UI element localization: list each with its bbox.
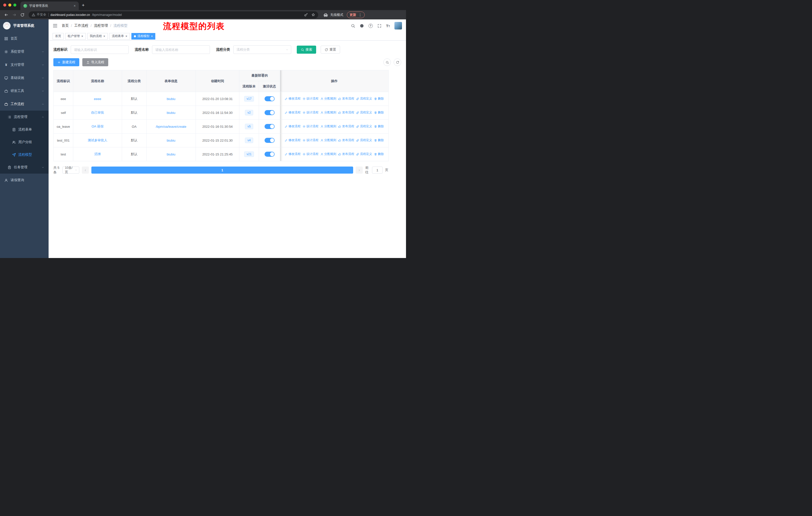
sidebar-item-workflow[interactable]: 工作流程 (0, 98, 49, 111)
browser-update-button[interactable]: 更新 ⋮ (347, 11, 365, 18)
status-toggle[interactable] (265, 96, 274, 101)
close-icon[interactable]: × (151, 34, 153, 38)
breadcrumb-workflow[interactable]: 工作流程 (74, 23, 88, 28)
forward-icon[interactable] (11, 11, 18, 18)
sidebar-item-process-form[interactable]: 流程表单 (0, 123, 49, 136)
goto-page-input[interactable] (372, 166, 383, 173)
op-assign-link[interactable]: 分配规则 (320, 97, 336, 101)
op-design-link[interactable]: 设计流程 (302, 138, 318, 142)
tag-home[interactable]: 首页 (53, 33, 64, 39)
font-size-icon[interactable]: TT (386, 24, 390, 28)
op-delete-link[interactable]: 删除 (374, 138, 384, 142)
op-delete-link[interactable]: 删除 (374, 124, 384, 129)
process-name-link[interactable]: 自己审批 (91, 111, 104, 114)
fullscreen-icon[interactable] (377, 24, 382, 28)
create-process-button[interactable]: 新建流程 (53, 58, 79, 66)
op-assign-link[interactable]: 分配规则 (320, 138, 336, 142)
op-delete-link[interactable]: 删除 (374, 110, 384, 115)
op-modify-link[interactable]: 修改流程 (285, 138, 300, 142)
close-icon[interactable]: × (81, 34, 83, 38)
github-icon[interactable] (360, 24, 364, 28)
process-name-link[interactable]: OA 请假 (92, 125, 104, 128)
form-link[interactable]: /bpm/oa/leave/create (156, 125, 186, 129)
back-icon[interactable] (3, 11, 9, 18)
op-assign-link[interactable]: 分配规则 (320, 110, 336, 115)
sidebar-item-infra[interactable]: 基础设施 (0, 71, 49, 84)
op-definition-link[interactable]: 流程定义 (356, 124, 372, 129)
import-process-button[interactable]: 导入流程 (82, 58, 108, 66)
maximize-window-button[interactable] (13, 3, 17, 6)
tag-my-process[interactable]: 我的流程 × (87, 33, 108, 39)
form-link[interactable]: biubiu (167, 139, 175, 142)
sidebar-item-task-mgmt[interactable]: 任务管理 (0, 161, 49, 173)
process-name-link[interactable]: eeee (94, 97, 101, 101)
op-modify-link[interactable]: 修改流程 (285, 110, 300, 115)
address-bar[interactable]: 不安全 dashboard.yudao.iocoder.cn/bpm/manag… (29, 11, 318, 19)
process-id-input[interactable] (71, 45, 128, 54)
reload-icon[interactable] (19, 11, 26, 18)
close-window-button[interactable] (3, 3, 6, 6)
op-definition-link[interactable]: 流程定义 (356, 152, 372, 156)
reset-button[interactable]: 重置 (321, 46, 340, 54)
close-icon[interactable]: × (104, 34, 106, 38)
sidebar-item-devtools[interactable]: 研发工具 (0, 84, 49, 98)
tag-process-form[interactable]: 流程表单 × (109, 33, 130, 39)
process-category-select[interactable]: 流程分类 (233, 45, 291, 54)
breadcrumb-process-mgmt[interactable]: 流程管理 (94, 23, 108, 28)
op-modify-link[interactable]: 修改流程 (285, 152, 300, 156)
status-toggle[interactable] (265, 138, 274, 143)
form-link[interactable]: biubiu (167, 111, 175, 115)
status-toggle[interactable] (265, 152, 274, 157)
minimize-window-button[interactable] (8, 3, 11, 6)
op-publish-link[interactable]: 发布流程 (338, 138, 354, 142)
op-publish-link[interactable]: 发布流程 (338, 124, 354, 129)
tab-close-icon[interactable]: × (72, 4, 77, 8)
op-delete-link[interactable]: 删除 (374, 97, 384, 101)
status-toggle[interactable] (265, 124, 274, 129)
sidebar-item-payment[interactable]: ¥ 支付管理 (0, 58, 49, 71)
form-link[interactable]: biubiu (167, 97, 175, 101)
op-modify-link[interactable]: 修改流程 (285, 97, 300, 101)
prev-page-button[interactable]: ‹ (82, 166, 89, 173)
op-modify-link[interactable]: 修改流程 (285, 124, 300, 129)
password-key-icon[interactable] (304, 13, 308, 17)
tag-process-model[interactable]: 流程模型 × (132, 33, 155, 39)
app-logo[interactable]: 芋道管理系统 (0, 19, 49, 32)
sidebar-item-user-group[interactable]: 用户分组 (0, 136, 49, 148)
op-design-link[interactable]: 设计流程 (302, 124, 318, 129)
bookmark-star-icon[interactable] (311, 13, 315, 17)
op-design-link[interactable]: 设计流程 (302, 97, 318, 101)
page-1-button[interactable]: 1 (91, 166, 353, 173)
process-name-input[interactable] (152, 45, 210, 54)
sidebar-item-system[interactable]: 系统管理 (0, 45, 49, 58)
sidebar-item-process-mgmt[interactable]: 流程管理 (0, 111, 49, 123)
op-design-link[interactable]: 设计流程 (302, 110, 318, 115)
op-assign-link[interactable]: 分配规则 (320, 152, 336, 156)
op-publish-link[interactable]: 发布流程 (338, 152, 354, 156)
close-icon[interactable]: × (125, 34, 127, 38)
op-definition-link[interactable]: 流程定义 (356, 110, 372, 115)
toggle-search-button[interactable] (383, 58, 391, 66)
security-chip[interactable]: 不安全 (32, 12, 46, 17)
next-page-button[interactable]: › (356, 166, 363, 173)
op-publish-link[interactable]: 发布流程 (338, 97, 354, 101)
process-name-link[interactable]: 滔博 (94, 152, 101, 156)
sidebar-toggle-icon[interactable] (53, 23, 58, 28)
browser-menu-icon[interactable]: ⋮ (358, 13, 362, 17)
op-delete-link[interactable]: 删除 (374, 152, 384, 156)
sidebar-item-home[interactable]: 首页 (0, 32, 49, 45)
op-design-link[interactable]: 设计流程 (302, 152, 318, 156)
breadcrumb-home[interactable]: 首页 (62, 23, 69, 28)
page-size-select[interactable]: 10条/页 (62, 166, 79, 173)
status-toggle[interactable] (265, 110, 274, 115)
sidebar-item-process-model[interactable]: 流程模型 (0, 148, 49, 161)
op-publish-link[interactable]: 发布流程 (338, 110, 354, 115)
user-avatar[interactable] (395, 22, 402, 29)
op-definition-link[interactable]: 流程定义 (356, 97, 372, 101)
help-icon[interactable]: ? (369, 24, 373, 28)
new-tab-button[interactable]: + (82, 2, 85, 8)
process-name-link[interactable]: 测试多审批人 (88, 138, 108, 142)
search-icon[interactable] (351, 24, 355, 28)
op-assign-link[interactable]: 分配规则 (320, 124, 336, 129)
search-button[interactable]: 搜索 (297, 46, 316, 54)
